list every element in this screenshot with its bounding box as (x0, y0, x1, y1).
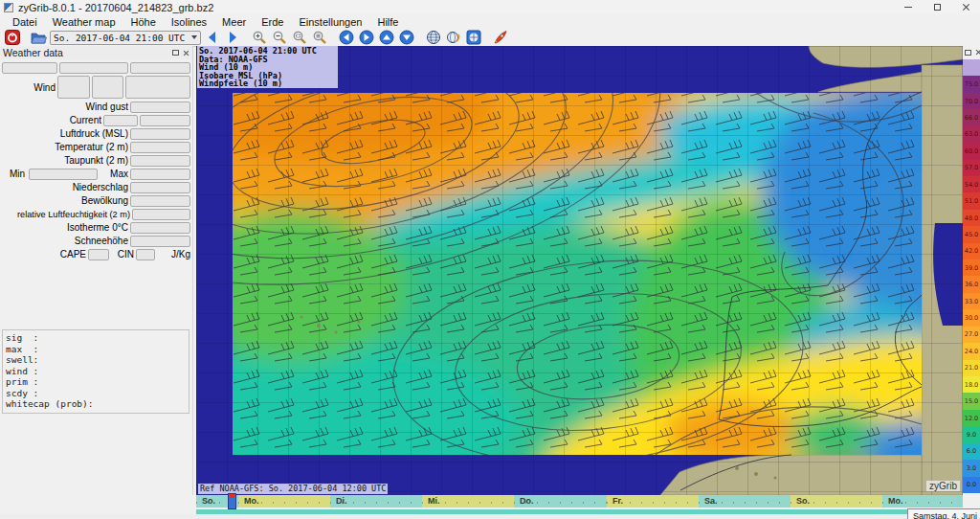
position-cell-3 (130, 62, 190, 74)
timeline-day-Mi[interactable]: Mi. (422, 495, 514, 508)
menu-item-2[interactable]: Höhe (123, 16, 164, 28)
timeline-day-Mo[interactable]: Mo. (882, 495, 957, 508)
float-scale-icon[interactable] (965, 50, 971, 56)
snow-row[interactable]: Schneehöhe (2, 235, 190, 247)
zoom-out-button[interactable] (270, 30, 288, 46)
close-scale-icon[interactable] (975, 49, 980, 56)
timeline[interactable]: So.Mo.Di.Mi.Do.Fr.Sa.So.Mo. (196, 495, 963, 508)
maximize-button[interactable] (923, 0, 951, 14)
position-row (2, 61, 190, 74)
move-down-button[interactable] (397, 30, 415, 46)
humidity-row[interactable]: relative Luftfeuchtigkeit (2 m) (2, 208, 190, 220)
wave-info-line: wind : (6, 366, 186, 377)
color-scale-band: 6.0 (963, 443, 980, 460)
wind-gust-label[interactable]: Wind gust (2, 102, 128, 112)
window-title: zyGrib-8.0.1 - 20170604_214823_grb.bz2 (18, 2, 213, 13)
color-scale-band: 30.0 (963, 309, 980, 326)
zoom-out-icon (272, 30, 287, 45)
status-bar (0, 514, 980, 519)
wave-info-line: scdy : (6, 388, 186, 399)
current-row[interactable]: Current (2, 114, 190, 126)
float-panel-icon[interactable] (172, 50, 179, 56)
color-scale-band: 24.0 (963, 343, 980, 359)
weather-panel-title: Weather data (3, 47, 63, 58)
temperature-label[interactable]: Temperatur (2 m) (2, 142, 128, 152)
color-scale-band: 15.0 (963, 393, 980, 409)
zoom-fit-grib-button[interactable] (310, 30, 328, 46)
wind-gust-value-cell (130, 102, 190, 113)
wave-info: sig :max :swell:wind :prim :scdy :whitec… (2, 329, 189, 414)
app-icon (4, 3, 13, 12)
cloud-label[interactable]: Bewölkung (2, 195, 128, 206)
isotherm-row[interactable]: Isotherme 0°C (2, 221, 190, 234)
time-previous-button[interactable] (203, 30, 221, 46)
wind-label[interactable]: Wind (2, 82, 56, 93)
wave-info-line: max : (6, 344, 186, 355)
menu-item-1[interactable]: Weather map (45, 16, 123, 28)
close-button[interactable] (951, 0, 980, 14)
timeline-day-So[interactable]: So. (791, 495, 882, 508)
close-panel-icon[interactable] (183, 50, 189, 56)
timeline-slider[interactable] (228, 493, 236, 509)
isotherm-label[interactable]: Isotherme 0°C (2, 222, 128, 233)
precipitation-label[interactable]: Niederschlag (2, 182, 128, 192)
grib-info-button[interactable] (464, 30, 482, 46)
cape-row[interactable]: CAPE CIN J/Kg (2, 248, 190, 260)
color-scale-bands: 75.070.066.063.060.057.054.051.048.045.0… (963, 59, 980, 493)
globe-button[interactable] (424, 30, 442, 46)
time-next-button[interactable] (223, 30, 241, 46)
zoom-region-button[interactable] (290, 30, 308, 46)
map-canvas[interactable]: So. 2017-06-04 21:00 UTCData: NOAA-GFSWi… (196, 46, 963, 495)
minimize-button[interactable] (894, 0, 923, 14)
isotherm-value-cell (130, 222, 190, 234)
color-scale-band: 0.0 (963, 477, 980, 493)
zoom-in-button[interactable] (250, 30, 268, 46)
move-left-button[interactable] (337, 30, 355, 46)
dewpoint-label[interactable]: Taupunkt (2 m) (2, 155, 128, 166)
pressure-label[interactable]: Luftdruck (MSL) (2, 128, 128, 139)
timeline-day-Mo[interactable]: Mo. (238, 495, 330, 508)
menu-item-7[interactable]: Hilfe (369, 16, 406, 28)
menu-bar: DateiWeather mapHöheIsolinesMeerErdeEins… (0, 14, 980, 29)
move-up-button[interactable] (377, 30, 395, 46)
rocket-button[interactable] (491, 30, 509, 46)
cin-label[interactable]: CIN (111, 249, 134, 260)
zoom-in-icon (252, 30, 267, 45)
download-grib-button[interactable] (444, 30, 462, 46)
pressure-value-cell (130, 128, 190, 140)
snow-label[interactable]: Schneehöhe (2, 236, 128, 246)
color-scale-band: 12.0 (963, 410, 980, 426)
menu-item-6[interactable]: Einstellungen (291, 16, 369, 28)
precipitation-row[interactable]: Niederschlag (2, 181, 190, 193)
move-up-icon (379, 30, 394, 45)
dewpoint-row[interactable]: Taupunkt (2 m) (2, 154, 190, 167)
pressure-row[interactable]: Luftdruck (MSL) (2, 127, 190, 140)
minimize-icon (904, 7, 912, 8)
temperature-row[interactable]: Temperatur (2 m) (2, 141, 190, 153)
humidity-value-cell (132, 209, 190, 220)
current-label[interactable]: Current (2, 115, 101, 125)
datetime-value: So. 2017-06-04 21:00 UTC (54, 33, 185, 43)
menu-item-4[interactable]: Meer (214, 16, 254, 28)
menu-item-3[interactable]: Isolines (164, 16, 214, 28)
cloud-row[interactable]: Bewölkung (2, 194, 190, 207)
move-right-button[interactable] (357, 30, 375, 46)
color-scale-band: 75.0 (963, 76, 980, 92)
timeline-day-Sa[interactable]: Sa. (699, 495, 791, 508)
map-legend: So. 2017-06-04 21:00 UTCData: NOAA-GFSWi… (197, 46, 338, 88)
cape-label[interactable]: CAPE (2, 249, 86, 260)
min-max-row[interactable]: Min Max (2, 168, 190, 180)
datetime-select[interactable]: So. 2017-06-04 21:00 UTC (50, 31, 201, 45)
wind-gust-row[interactable]: Wind gust (2, 101, 190, 113)
min-label[interactable]: Min (2, 169, 27, 179)
wind-row[interactable]: Wind (2, 75, 190, 100)
timeline-day-Di[interactable]: Di. (330, 495, 422, 508)
open-file-button[interactable] (30, 30, 48, 46)
menu-item-0[interactable]: Datei (5, 16, 45, 28)
quit-button[interactable] (3, 30, 21, 46)
max-label[interactable]: Max (100, 169, 128, 179)
menu-item-5[interactable]: Erde (254, 16, 291, 28)
humidity-label[interactable]: relative Luftfeuchtigkeit (2 m) (2, 210, 130, 219)
timeline-day-Do[interactable]: Do. (514, 495, 607, 508)
timeline-day-Fr[interactable]: Fr. (607, 495, 699, 508)
